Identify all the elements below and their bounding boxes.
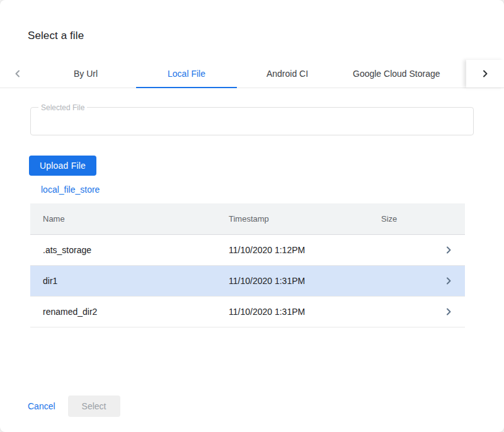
cell-timestamp: 11/10/2020 1:31PM bbox=[229, 276, 381, 286]
table-row[interactable]: dir1 11/10/2020 1:31PM bbox=[30, 266, 465, 297]
chevron-left-icon bbox=[14, 70, 21, 77]
tab-by-url[interactable]: By Url bbox=[35, 60, 136, 88]
column-header-timestamp: Timestamp bbox=[229, 214, 381, 224]
column-header-size: Size bbox=[381, 214, 433, 224]
select-file-dialog: Select a file By Url Local File Android … bbox=[0, 0, 504, 432]
file-table: Name Timestamp Size .ats_storage 11/10/2… bbox=[30, 203, 465, 327]
table-row[interactable]: .ats_storage 11/10/2020 1:12PM bbox=[30, 235, 465, 266]
tabs-paginate-left-button[interactable] bbox=[0, 60, 35, 88]
cell-timestamp: 11/10/2020 1:31PM bbox=[229, 307, 381, 317]
table-header-row: Name Timestamp Size bbox=[30, 203, 465, 235]
selected-file-field-container: Selected File bbox=[30, 107, 474, 135]
chevron-right-icon bbox=[445, 277, 452, 285]
column-header-name: Name bbox=[43, 214, 229, 224]
tabs-paginate-right-button[interactable] bbox=[466, 60, 504, 88]
chevron-right-icon bbox=[481, 70, 489, 77]
cell-name: dir1 bbox=[43, 276, 229, 286]
cell-name: renamed_dir2 bbox=[43, 307, 229, 317]
tab-bar: By Url Local File Android CI Google Clou… bbox=[0, 60, 504, 88]
dialog-actions: Cancel Select bbox=[28, 395, 120, 417]
tab-label: Local File bbox=[168, 69, 205, 79]
tab-label: By Url bbox=[74, 69, 98, 79]
open-directory-button[interactable] bbox=[433, 246, 452, 254]
tab-label: Google Cloud Storage bbox=[353, 69, 440, 79]
tab-google-cloud-storage[interactable]: Google Cloud Storage bbox=[338, 60, 455, 88]
select-button[interactable]: Select bbox=[68, 395, 120, 417]
tab-android-ci[interactable]: Android CI bbox=[237, 60, 338, 88]
breadcrumb: local_file_store bbox=[30, 184, 474, 195]
chevron-right-icon bbox=[445, 308, 452, 315]
upload-file-button[interactable]: Upload File bbox=[29, 156, 96, 176]
dialog-title: Select a file bbox=[28, 30, 504, 42]
selected-file-input[interactable] bbox=[31, 108, 473, 135]
cell-timestamp: 11/10/2020 1:12PM bbox=[229, 245, 381, 255]
tab-panel-local-file: Selected File Upload File local_file_sto… bbox=[0, 107, 504, 327]
cancel-button[interactable]: Cancel bbox=[28, 397, 55, 415]
open-directory-button[interactable] bbox=[433, 308, 452, 315]
open-directory-button[interactable] bbox=[433, 277, 452, 285]
chevron-right-icon bbox=[445, 246, 452, 254]
tab-local-file[interactable]: Local File bbox=[136, 60, 237, 88]
local-file-store-link[interactable]: local_file_store bbox=[41, 185, 100, 195]
tab-label: Android CI bbox=[266, 69, 308, 79]
table-row[interactable]: renamed_dir2 11/10/2020 1:31PM bbox=[30, 297, 465, 327]
cell-name: .ats_storage bbox=[43, 245, 229, 255]
selected-file-field-label: Selected File bbox=[38, 103, 87, 112]
